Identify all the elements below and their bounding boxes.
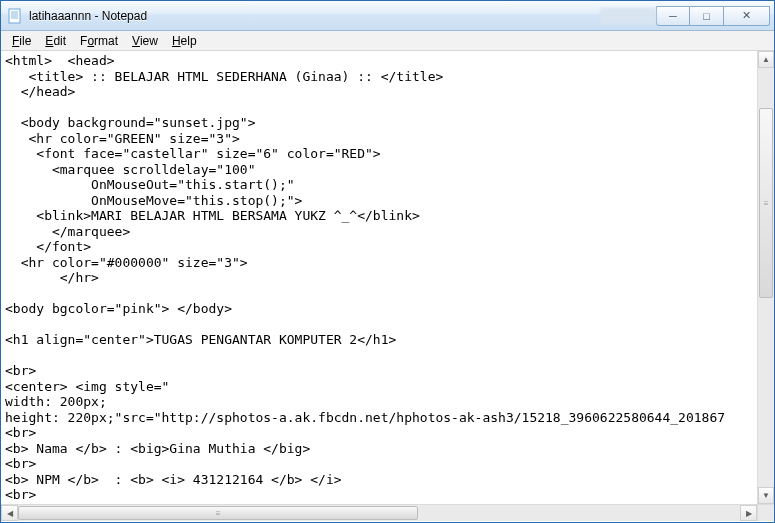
vscroll-track[interactable]: ≡ [758, 68, 774, 487]
minimize-button[interactable]: ─ [656, 6, 690, 26]
scroll-corner [757, 504, 774, 521]
titlebar[interactable]: latihaaannn - Notepad ─ □ ✕ [1, 1, 774, 31]
scroll-left-button[interactable]: ◀ [1, 505, 18, 521]
editor-container: <html> <head> <title> :: BELAJAR HTML SE… [1, 51, 774, 504]
scroll-down-button[interactable]: ▼ [758, 487, 774, 504]
menu-view[interactable]: View [125, 33, 165, 49]
hscroll-thumb[interactable]: ≡ [18, 506, 418, 520]
vertical-scrollbar[interactable]: ▲ ≡ ▼ [757, 51, 774, 504]
menubar: File Edit Format View Help [1, 31, 774, 51]
menu-format[interactable]: Format [73, 33, 125, 49]
menu-help[interactable]: Help [165, 33, 204, 49]
scroll-up-button[interactable]: ▲ [758, 51, 774, 68]
scroll-right-button[interactable]: ▶ [740, 505, 757, 521]
menu-edit[interactable]: Edit [38, 33, 73, 49]
bottom-scroll-row: ◀ ≡ ▶ [1, 504, 774, 521]
vscroll-thumb[interactable]: ≡ [759, 108, 773, 298]
notepad-icon [7, 8, 23, 24]
text-editor-area[interactable]: <html> <head> <title> :: BELAJAR HTML SE… [1, 51, 757, 504]
menu-file[interactable]: File [5, 33, 38, 49]
hscroll-track[interactable]: ≡ [18, 505, 740, 521]
title-obscured [600, 8, 656, 24]
window-controls: ─ □ ✕ [656, 6, 770, 26]
horizontal-scrollbar[interactable]: ◀ ≡ ▶ [1, 504, 757, 521]
window-title: latihaaannn - Notepad [29, 9, 588, 23]
maximize-button[interactable]: □ [690, 6, 724, 26]
close-button[interactable]: ✕ [724, 6, 770, 26]
